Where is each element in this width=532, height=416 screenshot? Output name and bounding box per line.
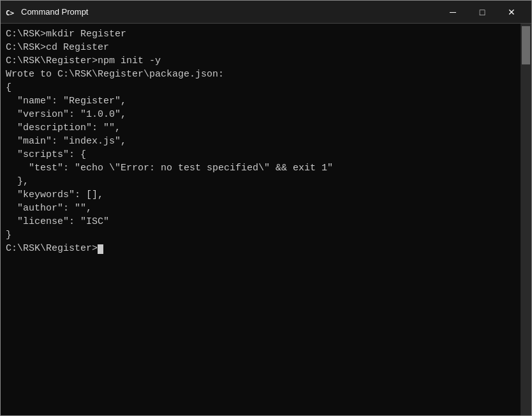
terminal-line: "keywords": [], xyxy=(6,188,526,202)
terminal-line: "license": "ISC" xyxy=(6,215,526,228)
title-bar-left: C> Command Prompt xyxy=(4,6,88,18)
terminal-line: { xyxy=(6,81,526,94)
terminal-line: "scripts": { xyxy=(6,148,526,161)
close-button[interactable]: ✕ xyxy=(497,2,526,22)
title-bar-controls: ─ □ ✕ xyxy=(438,2,526,22)
maximize-button[interactable]: □ xyxy=(468,2,497,22)
cmd-icon: C> xyxy=(4,6,16,18)
svg-text:C>: C> xyxy=(6,9,15,17)
terminal-body[interactable]: C:\RSK>mkdir RegisterC:\RSK>cd RegisterC… xyxy=(1,24,531,415)
cmd-window: C> Command Prompt ─ □ ✕ C:\RSK>mkdir Reg… xyxy=(0,0,532,416)
terminal-line: C:\RSK>mkdir Register xyxy=(6,27,526,41)
terminal-line: "test": "echo \"Error: no test specified… xyxy=(6,161,526,175)
terminal-line: "main": "index.js", xyxy=(6,135,526,148)
terminal-line: C:\RSK\Register>npm init -y xyxy=(6,54,526,68)
terminal-line: }, xyxy=(6,175,526,188)
scrollbar[interactable] xyxy=(521,24,531,415)
terminal-cursor xyxy=(98,244,103,254)
terminal-line: "author": "", xyxy=(6,202,526,215)
terminal-content: C:\RSK>mkdir RegisterC:\RSK>cd RegisterC… xyxy=(6,27,526,255)
window-title: Command Prompt xyxy=(21,7,88,17)
terminal-line: "version": "1.0.0", xyxy=(6,108,526,121)
terminal-line: "name": "Register", xyxy=(6,94,526,108)
terminal-line: Wrote to C:\RSK\Register\package.json: xyxy=(6,68,526,81)
terminal-line: } xyxy=(6,228,526,242)
minimize-button[interactable]: ─ xyxy=(438,2,468,22)
terminal-line: "description": "", xyxy=(6,121,526,135)
terminal-line: C:\RSK>cd Register xyxy=(6,41,526,54)
terminal-line: C:\RSK\Register> xyxy=(6,242,526,255)
title-bar: C> Command Prompt ─ □ ✕ xyxy=(1,1,531,24)
scrollbar-thumb[interactable] xyxy=(522,26,530,64)
